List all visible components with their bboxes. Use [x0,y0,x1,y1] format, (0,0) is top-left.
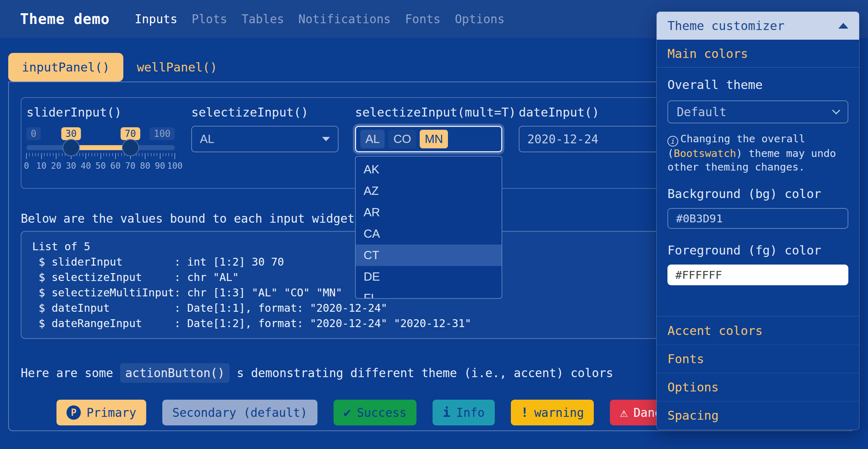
bg-color-label: Background (bg) color [667,187,848,201]
theme-customizer-title: Theme customizer [667,19,785,33]
dropdown-option[interactable]: DE [356,266,502,287]
button-icon: i [443,406,450,419]
button-label: Primary [87,406,136,420]
slider-min-badge: 0 [26,127,41,140]
selectize-dropdown: AKAZARCACTDEFL [355,156,502,299]
selectize-input-widget: selectizeInput() AL [191,105,339,172]
nav-item[interactable]: Tables [241,12,284,26]
theme-customizer-panel: Theme customizer Main colors Overall the… [656,11,859,430]
slider-track[interactable] [26,145,175,150]
action-button[interactable]: ! warning [511,400,594,425]
chevron-down-icon [832,106,840,114]
selectize-input-label: selectizeInput() [191,105,339,119]
button-icon: P [66,405,81,420]
navbar-nav: InputsPlotsTablesNotificationsFontsOptio… [135,12,504,26]
slider-ticks [26,153,175,160]
selectize-multi-input[interactable]: ALCOMN [355,126,502,152]
slider-to-badge: 70 [120,127,140,140]
dropdown-option[interactable]: AZ [356,180,502,202]
panel-tab[interactable]: wellPanel() [123,53,231,82]
action-button[interactable]: ✔ Success [334,400,417,425]
selectize-input[interactable]: AL [191,126,339,152]
button-icon: ⚠ [620,406,628,419]
overall-theme-label: Overall theme [667,78,848,92]
selectize-value: AL [200,132,214,146]
caret-down-icon [322,137,330,141]
button-label: Success [357,406,406,420]
button-icon: ✔ [344,406,351,419]
customizer-section-link[interactable]: Spacing [657,401,859,429]
slider-max-badge: 100 [149,127,175,140]
info-circle-icon: i [667,136,678,147]
inline-code-chip: actionButton() [120,363,230,383]
nav-item[interactable]: Plots [192,12,227,26]
range-slider[interactable]: 0 30 70 100 0102030405060708090100 [26,127,175,172]
collapse-caret-up-icon [838,23,848,29]
selectize-multi-widget: selectizeInput(mult=T) ALCOMN AKAZARCACT… [355,105,502,172]
bootswatch-link[interactable]: Bootswatch [674,147,736,159]
selectize-multi-label: selectizeInput(mult=T) [355,105,502,119]
customizer-section-link[interactable]: Accent colors [657,316,859,345]
nav-item[interactable]: Options [455,12,504,26]
dropdown-option[interactable]: CT [356,245,502,266]
slider-input-label: sliderInput() [26,105,175,119]
slider-from-handle[interactable] [63,139,80,156]
slider-tick-labels: 0102030405060708090100 [26,161,175,172]
customizer-section-link[interactable]: Fonts [657,345,859,373]
action-button[interactable]: Secondary (default) [162,400,317,425]
theme-customizer-header[interactable]: Theme customizer [657,12,859,40]
dropdown-option[interactable]: AK [356,159,502,180]
action-button[interactable]: P Primary [56,400,146,425]
fg-color-label: Foreground (fg) color [667,243,848,257]
app-brand[interactable]: Theme demo [20,11,110,27]
dropdown-option[interactable]: AR [356,202,502,223]
slider-from-badge: 30 [61,127,81,140]
customizer-section-link[interactable]: Options [657,373,859,401]
dropdown-option[interactable]: CA [356,223,502,245]
action-button[interactable]: i Info [433,400,494,425]
panel-tab[interactable]: inputPanel() [8,53,123,82]
slider-to-handle[interactable] [122,139,139,156]
overall-theme-select[interactable]: Default [667,100,848,123]
main-colors-section: Overall theme Default iChanging the over… [657,68,859,316]
nav-item[interactable]: Inputs [135,12,177,26]
section-main-colors[interactable]: Main colors [657,40,859,68]
fg-color-input[interactable] [667,265,848,285]
overall-theme-value: Default [677,105,726,119]
selected-tag[interactable]: MN [420,130,448,148]
selected-tag[interactable]: CO [388,130,416,148]
customizer-sections-list: Accent colorsFontsOptionsSpacing [657,316,859,429]
nav-item[interactable]: Fonts [405,12,440,26]
slider-input-widget: sliderInput() 0 30 70 100 0102030405060 [26,105,175,172]
dropdown-option[interactable]: FL [356,287,502,299]
button-icon: ! [521,406,529,419]
button-label: Secondary (default) [172,406,307,420]
nav-item[interactable]: Notifications [299,12,391,26]
bg-color-input[interactable] [667,208,848,229]
button-label: warning [534,406,584,420]
theme-change-note: iChanging the overall (Bootswatch) theme… [667,132,849,174]
selected-tag[interactable]: AL [360,130,385,148]
button-label: Info [456,406,484,420]
date-value: 2020-12-24 [527,132,598,146]
